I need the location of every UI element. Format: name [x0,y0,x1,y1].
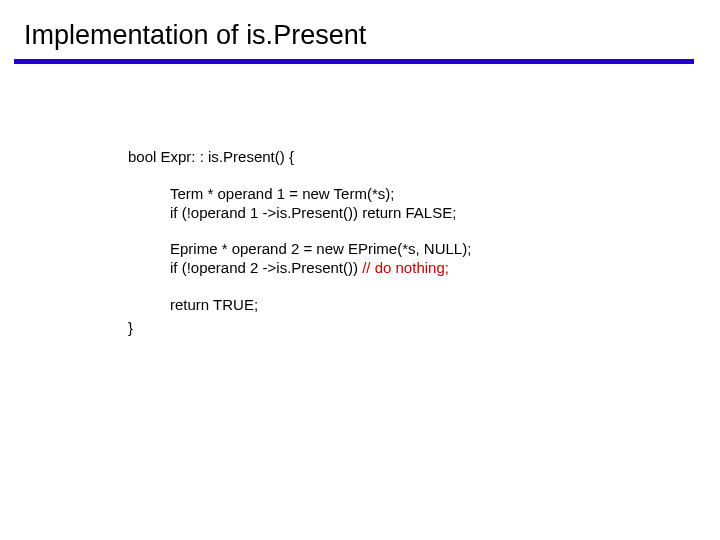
code-line-return: return TRUE; [128,296,471,315]
title-func: is.Present [246,20,366,50]
code-line-op2-decl: Eprime * operand 2 = new EPrime(*s, NULL… [128,240,471,259]
code-block: bool Expr: : is.Present() { Term * opera… [128,148,471,337]
title-prefix: Implementation of [24,20,246,50]
title-area: Implementation of is.Present [0,0,720,51]
code-line-op2-check: if (!operand 2 ->is.Present()) // do not… [128,259,471,278]
code-comment: // do nothing; [362,259,449,276]
code-line-op1-check: if (!operand 1 ->is.Present()) return FA… [128,204,471,223]
slide-title: Implementation of is.Present [24,20,720,51]
blank-line [128,167,471,185]
title-rule [14,59,694,64]
code-line-op2-pre: if (!operand 2 ->is.Present()) [170,259,362,276]
blank-line [128,222,471,240]
code-line-closebrace: } [128,319,471,338]
slide: Implementation of is.Present bool Expr: … [0,0,720,540]
code-line-sig: bool Expr: : is.Present() { [128,148,471,167]
blank-line [128,278,471,296]
code-line-op1-decl: Term * operand 1 = new Term(*s); [128,185,471,204]
